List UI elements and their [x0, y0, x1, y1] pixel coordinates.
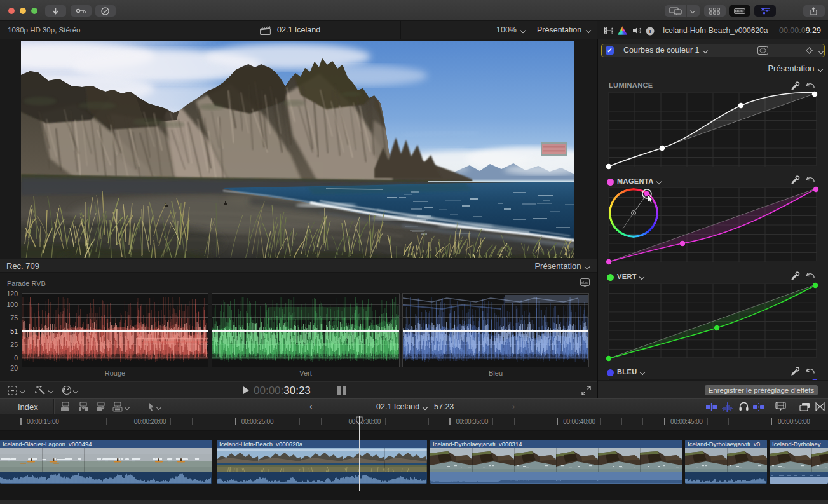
- svg-text:i: i: [649, 27, 651, 34]
